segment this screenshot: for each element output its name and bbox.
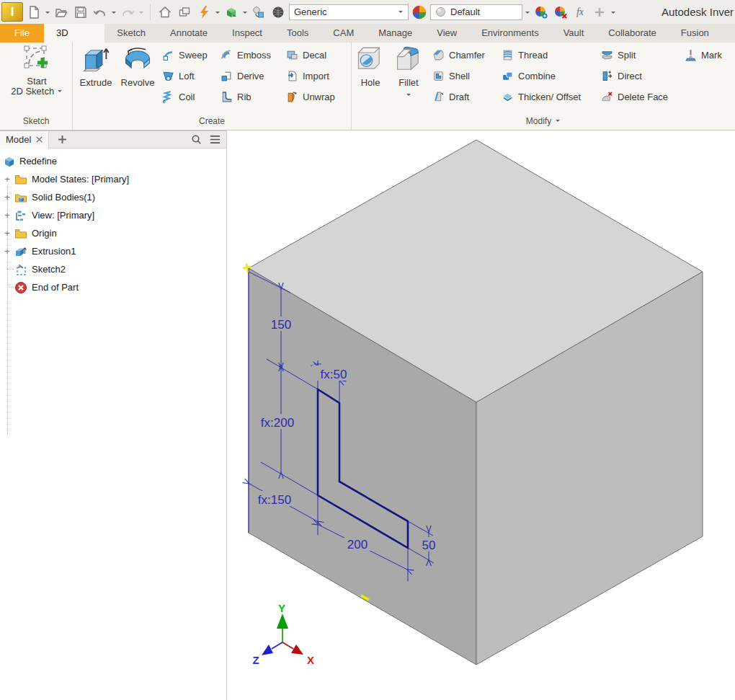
panel-label-modify[interactable]: Modify — [352, 116, 735, 126]
quick-command-bolt-icon[interactable] — [195, 3, 213, 22]
new-document-icon[interactable] — [25, 3, 43, 22]
browser-header: Model — [0, 131, 226, 149]
end-of-part-icon — [14, 281, 27, 294]
add-browser-tab-icon[interactable] — [55, 133, 69, 147]
tab-manage[interactable]: Manage — [366, 24, 424, 43]
thread-button[interactable]: Thread — [502, 48, 597, 62]
redo-caret-icon[interactable] — [139, 12, 143, 16]
extrude-button[interactable]: Extrude — [76, 45, 115, 88]
material-dropdown[interactable]: Generic — [289, 4, 409, 20]
appearance-dropdown[interactable]: Default — [430, 4, 522, 20]
thicken-offset-button[interactable]: Thicken/ Offset — [502, 89, 597, 104]
save-icon[interactable] — [72, 3, 89, 22]
customize-qat-caret-icon[interactable] — [611, 12, 615, 16]
browser-menu-icon[interactable] — [208, 133, 222, 147]
dim-50[interactable]: 50 — [422, 539, 436, 552]
rib-button[interactable]: Rib — [220, 89, 287, 104]
split-button[interactable]: Split — [601, 48, 680, 62]
tab-view[interactable]: View — [424, 24, 469, 43]
tab-inspect[interactable]: Inspect — [220, 24, 275, 43]
tree-item-view-rep[interactable]: + View: [Primary] — [0, 206, 226, 224]
open-icon[interactable] — [53, 3, 70, 22]
add-command-icon[interactable] — [591, 3, 608, 22]
adjust-appearance-icon[interactable] — [533, 3, 550, 22]
import-button[interactable]: Import — [286, 68, 349, 83]
chamfer-button[interactable]: Chamfer — [432, 48, 499, 62]
tab-cam[interactable]: CAM — [321, 24, 366, 43]
hole-button[interactable]: Hole — [353, 45, 388, 88]
decal-button[interactable]: Decal — [286, 48, 349, 62]
bolt-caret-icon[interactable] — [215, 12, 220, 16]
appearance-swap-icon[interactable] — [250, 3, 267, 22]
appearance-dropdown-caret-icon[interactable] — [525, 12, 530, 16]
copy-object-icon[interactable] — [176, 3, 193, 22]
tab-3d-model[interactable]: 3D Model — [44, 24, 104, 43]
expand-icon[interactable]: + — [3, 246, 12, 257]
derive-icon — [220, 70, 233, 82]
draft-button[interactable]: Draft — [432, 89, 499, 104]
combine-button[interactable]: Combine — [502, 68, 597, 83]
tab-sketch[interactable]: Sketch — [104, 24, 158, 43]
dim-fx200[interactable]: fx:200 — [261, 416, 294, 430]
coil-button[interactable]: Coil — [162, 89, 218, 104]
derive-button[interactable]: Derive — [220, 68, 287, 83]
emboss-button[interactable]: Emboss — [220, 48, 287, 62]
shell-button[interactable]: Shell — [432, 68, 499, 83]
expand-icon[interactable]: + — [3, 174, 12, 185]
tree-item-end-of-part[interactable]: End of Part — [0, 278, 226, 296]
tab-fusion-360[interactable]: Fusion 360 — [669, 24, 735, 43]
unwrap-button[interactable]: Unwrap — [286, 89, 349, 104]
home-icon[interactable] — [156, 3, 174, 22]
direct-button[interactable]: Direct — [601, 68, 680, 83]
tab-environments[interactable]: Environments — [469, 24, 551, 43]
tab-file[interactable]: File — [0, 24, 44, 43]
undo-icon[interactable] — [92, 3, 109, 22]
inventor-logo-icon[interactable]: I — [1, 2, 23, 22]
z-axis-arrow-icon — [262, 644, 273, 655]
tree-item-part[interactable]: Redefine — [0, 152, 226, 170]
tree-item-extrusion1[interactable]: + Extrusion1 — [0, 242, 226, 260]
browser-tab-model[interactable]: Model — [0, 131, 49, 149]
sweep-button[interactable]: Sweep — [162, 48, 218, 62]
tab-tools[interactable]: Tools — [275, 24, 321, 43]
render-style-sphere-icon[interactable] — [270, 3, 287, 22]
fillet-button[interactable]: Fillet — [391, 45, 427, 98]
delete-face-button[interactable]: Delete Face — [601, 89, 680, 104]
cube-solid[interactable] — [249, 140, 703, 665]
extrusion-icon — [14, 245, 27, 258]
tab-collaborate[interactable]: Collaborate — [596, 24, 669, 43]
loft-button[interactable]: Loft — [162, 68, 218, 83]
tree-item-sketch2[interactable]: Sketch2 — [0, 260, 226, 278]
expand-icon[interactable]: + — [3, 228, 12, 239]
dim-fx150[interactable]: fx:150 — [258, 493, 291, 507]
tree-connector — [7, 269, 14, 270]
dim-200[interactable]: 200 — [347, 538, 368, 551]
expand-icon[interactable]: + — [3, 210, 12, 221]
material-icon[interactable] — [223, 3, 240, 22]
search-icon[interactable] — [189, 133, 203, 147]
undo-caret-icon[interactable] — [112, 12, 116, 16]
expand-icon[interactable]: + — [3, 192, 12, 203]
mark-icon — [685, 49, 697, 61]
parameters-fx-icon[interactable]: fx — [571, 3, 589, 22]
material-caret-icon[interactable] — [243, 12, 247, 16]
hole-icon — [355, 45, 386, 75]
start-2d-sketch-icon — [23, 45, 50, 74]
tree-item-origin[interactable]: + Origin — [0, 224, 226, 242]
dim-fx50[interactable]: fx:50 — [321, 368, 347, 381]
start-2d-sketch-button[interactable]: Start 2D Sketch — [4, 45, 70, 97]
clear-appearance-icon[interactable] — [552, 3, 569, 22]
tree-item-solid-bodies[interactable]: + Solid Bodies(1) — [0, 188, 226, 206]
color-wheel-icon[interactable] — [411, 3, 428, 22]
mark-button[interactable]: Mark — [685, 48, 732, 62]
tree-item-model-states[interactable]: + Model States: [Primary] — [0, 170, 226, 188]
tab-annotate[interactable]: Annotate — [158, 24, 220, 43]
viewport-3d[interactable]: 150 fx:200 fx:50 fx:150 200 50 Y Z X — [228, 130, 735, 700]
tab-vault[interactable]: Vault — [551, 24, 597, 43]
new-caret-icon[interactable] — [45, 12, 50, 16]
revolve-button[interactable]: Revolve — [117, 45, 159, 88]
fillet-caret-icon[interactable] — [406, 94, 411, 98]
decal-icon — [286, 49, 298, 61]
close-icon[interactable] — [36, 136, 43, 143]
dim-150[interactable]: 150 — [271, 318, 291, 332]
